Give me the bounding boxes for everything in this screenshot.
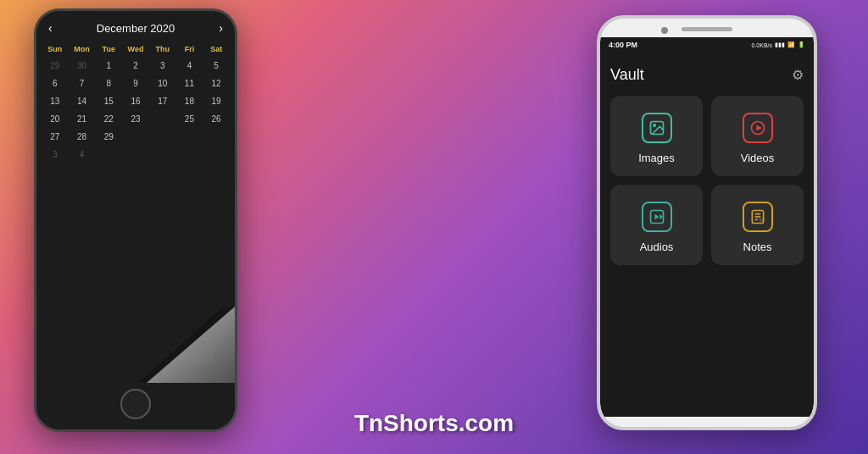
cal-cell: [149, 128, 176, 146]
cal-cell[interactable]: 23: [122, 110, 149, 128]
cal-cell[interactable]: 4: [69, 146, 96, 163]
cal-cell: [176, 128, 203, 146]
images-icon: [642, 113, 672, 143]
cal-cell[interactable]: 3: [42, 146, 69, 163]
speaker-slot: [682, 27, 732, 31]
cal-cell[interactable]: 28: [69, 128, 96, 146]
cal-cell[interactable]: 25: [176, 110, 203, 128]
cal-cell[interactable]: 20: [42, 110, 69, 128]
vault-title: Vault: [610, 66, 644, 84]
battery-icon: 🔋: [798, 42, 805, 48]
cal-cell[interactable]: 21: [69, 110, 96, 128]
cal-cell[interactable]: 19: [203, 92, 230, 110]
status-bar: 4:00 PM 0.0KB/s ▮▮▮ 📶 🔋: [600, 37, 814, 53]
svg-marker-8: [654, 214, 659, 220]
vault-item-audios[interactable]: Audios: [610, 185, 703, 265]
notes-label: Notes: [743, 241, 772, 253]
cal-cell[interactable]: 27: [42, 128, 69, 146]
vault-item-notes[interactable]: Notes: [711, 185, 804, 265]
cal-cell[interactable]: 16: [122, 92, 149, 110]
cal-cell[interactable]: 7: [69, 75, 96, 92]
cal-cell[interactable]: 17: [149, 92, 176, 110]
cal-cell: [122, 128, 149, 146]
svg-marker-6: [756, 125, 762, 131]
cal-cell[interactable]: 2: [122, 57, 149, 75]
day-header-mon: Mon: [69, 42, 96, 57]
videos-label: Videos: [741, 152, 775, 164]
day-header-sun: Sun: [42, 42, 69, 57]
phone-left: ‹ December 2020 › Sun Mon Tue Wed Thu Fr…: [34, 8, 237, 432]
vault-header: Vault ⚙: [610, 61, 804, 96]
notes-icon: [743, 202, 773, 232]
calendar-prev-button[interactable]: ‹: [48, 21, 53, 35]
phone-right: 4:00 PM 0.0KB/s ▮▮▮ 📶 🔋 Vault ⚙: [597, 15, 817, 430]
cal-cell[interactable]: 22: [95, 110, 122, 128]
vault-item-images[interactable]: Images: [610, 96, 703, 176]
cal-cell[interactable]: 12: [203, 75, 230, 92]
day-header-tue: Tue: [95, 42, 122, 57]
settings-button[interactable]: ⚙: [792, 67, 804, 83]
svg-rect-15: [759, 219, 762, 222]
vault-grid: Images Videos: [610, 96, 804, 265]
cal-cell[interactable]: 29: [42, 57, 69, 75]
cal-cell[interactable]: 4: [176, 57, 203, 75]
wifi-icon: 📶: [787, 42, 795, 48]
vault-item-videos[interactable]: Videos: [711, 96, 804, 176]
cal-cell[interactable]: 1: [95, 57, 122, 75]
cal-cell[interactable]: 6: [42, 75, 69, 92]
vault-app: Vault ⚙ Images: [600, 53, 814, 417]
cal-cell: [149, 110, 176, 128]
audios-icon: [642, 202, 672, 232]
cal-cell: [203, 146, 230, 163]
day-header-sat: Sat: [203, 42, 230, 57]
cal-cell[interactable]: 9: [122, 75, 149, 92]
cal-cell[interactable]: 18: [176, 92, 203, 110]
day-header-thu: Thu: [149, 42, 176, 57]
videos-icon: [743, 113, 773, 143]
cal-cell[interactable]: 15: [95, 92, 122, 110]
cal-cell[interactable]: 26: [203, 110, 230, 128]
cal-cell: [203, 128, 230, 146]
day-header-fri: Fri: [176, 42, 203, 57]
cal-cell: [149, 146, 176, 163]
cal-cell: [95, 146, 122, 163]
page-peel-effect: [36, 188, 235, 383]
svg-point-4: [653, 125, 655, 127]
day-header-wed: Wed: [122, 42, 149, 57]
cal-cell: [176, 146, 203, 163]
cal-cell[interactable]: 3: [149, 57, 176, 75]
front-camera: [661, 27, 668, 34]
cal-cell[interactable]: 14: [69, 92, 96, 110]
audios-label: Audios: [640, 241, 674, 253]
cal-cell[interactable]: 5: [203, 57, 230, 75]
calendar-grid: Sun Mon Tue Wed Thu Fri Sat 29 30 1 2 3 …: [42, 42, 230, 163]
cal-cell: [122, 146, 149, 163]
cal-cell[interactable]: 13: [42, 92, 69, 110]
peel-photo: [36, 188, 235, 383]
cal-cell[interactable]: 10: [149, 75, 176, 92]
network-speed-icon: 0.0KB/s: [751, 42, 772, 48]
watermark: TnShorts.com: [0, 410, 868, 437]
status-time: 4:00 PM: [609, 41, 637, 49]
cal-cell[interactable]: 29: [95, 128, 122, 146]
cal-cell[interactable]: 8: [95, 75, 122, 92]
cal-cell[interactable]: 30: [69, 57, 96, 75]
calendar-title: December 2020: [97, 22, 175, 35]
calendar-next-button[interactable]: ›: [219, 21, 223, 35]
signal-bars-icon: ▮▮▮: [775, 42, 785, 48]
status-icons: 0.0KB/s ▮▮▮ 📶 🔋: [751, 42, 805, 48]
cal-cell[interactable]: 11: [176, 75, 203, 92]
images-label: Images: [638, 152, 675, 164]
